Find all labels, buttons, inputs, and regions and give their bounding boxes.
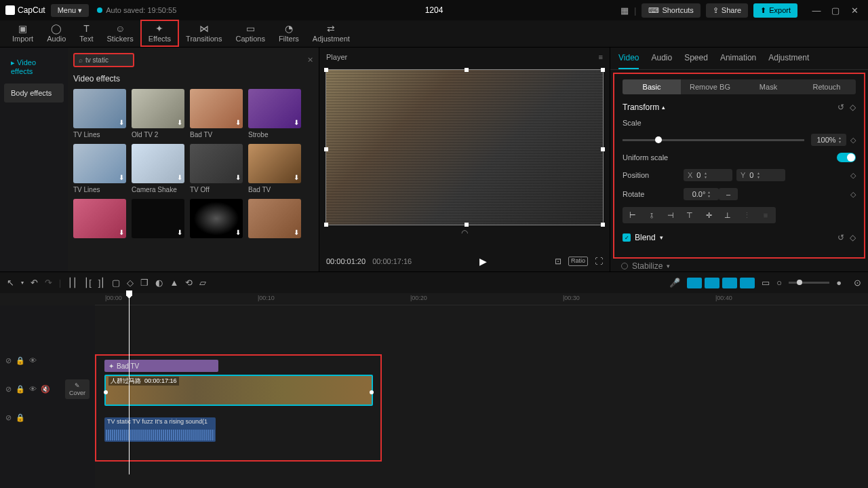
window-close[interactable]: ✕ [846, 2, 863, 18]
stabilize-radio[interactable] [621, 263, 628, 269]
align-right[interactable]: ⊣ [662, 208, 679, 222]
effect-item[interactable]: ⬇TV Lines [73, 89, 126, 138]
audio-clip[interactable]: TV static TV fuzz It's a rising sound(1 [104, 417, 216, 442]
tab-transitions[interactable]: ⋈Transitions [179, 20, 229, 47]
effect-item[interactable]: ⬇Bad TV [248, 144, 301, 193]
tab-stickers[interactable]: ☺Stickers [100, 20, 140, 47]
effect-item[interactable]: ⬇ [248, 199, 301, 238]
zoom-slider[interactable] [789, 282, 829, 284]
effect-item[interactable]: ⬇ [190, 199, 243, 238]
redo-button[interactable]: ↷ [45, 278, 52, 288]
snapshot-icon[interactable]: ⊡ [555, 257, 561, 266]
effect-item[interactable]: ⬇Bad TV [190, 89, 243, 138]
lock-icon[interactable]: ⊘ [5, 385, 12, 394]
prop-tab-adjustment[interactable]: Adjustment [768, 53, 809, 69]
copy-tool[interactable]: ❐ [140, 278, 149, 288]
effects-search[interactable]: ⌕ [73, 53, 134, 67]
trim-left[interactable]: ⎮[ [84, 278, 92, 288]
tab-adjustment[interactable]: ⇄Adjustment [306, 20, 357, 47]
effect-item[interactable]: ⬇ [132, 199, 184, 238]
snap-toggle-3[interactable] [722, 278, 737, 288]
align-left[interactable]: ⊢ [624, 208, 642, 222]
player-menu-icon[interactable]: ≡ [599, 53, 603, 61]
scale-value[interactable]: 100%▴▾ [811, 134, 846, 146]
split-tool[interactable]: ⎮⎮ [68, 278, 77, 288]
download-icon[interactable]: ⬇ [177, 174, 182, 181]
keyframe-icon[interactable]: ◇ [850, 136, 856, 145]
fullscreen-icon[interactable]: ⛶ [595, 257, 603, 266]
prop-tab-video[interactable]: Video [618, 53, 639, 69]
align-vcenter[interactable]: ✛ [700, 208, 717, 222]
crop-tool[interactable]: ◇ [127, 278, 134, 288]
position-y[interactable]: Y0▴▾ [736, 169, 785, 181]
collapse-icon[interactable]: ▾ [667, 263, 670, 269]
mic-icon[interactable]: 🎤 [669, 278, 680, 288]
export-button[interactable]: ⬆ Export [753, 3, 797, 18]
category-body-effects[interactable]: Body effects [4, 83, 64, 102]
keyframe-icon[interactable]: ◇ [850, 233, 856, 242]
visibility-icon[interactable]: 🔒 [16, 356, 25, 365]
prop-tab-animation[interactable]: Animation [720, 53, 756, 69]
lock-icon[interactable]: ⊘ [5, 413, 12, 422]
video-preview[interactable] [326, 69, 604, 225]
download-icon[interactable]: ⬇ [177, 119, 182, 126]
subtab-mask[interactable]: Mask [739, 79, 797, 94]
zoom-in[interactable]: ● [836, 278, 842, 288]
collapse-icon[interactable]: ▾ [660, 234, 663, 241]
subtab-retouch[interactable]: Retouch [797, 79, 856, 94]
align-hcenter[interactable]: ⫱ [643, 208, 660, 222]
reset-icon[interactable]: ↺ [837, 233, 844, 242]
trim-right[interactable]: ]⎮ [98, 278, 106, 288]
download-icon[interactable]: ⬇ [119, 119, 124, 126]
download-icon[interactable]: ⬇ [294, 229, 299, 236]
playhead[interactable] [129, 292, 130, 474]
prop-tab-speed[interactable]: Speed [684, 53, 708, 69]
eye-icon[interactable]: 👁 [29, 385, 37, 393]
tab-audio[interactable]: ◯Audio [40, 20, 73, 47]
keyframe-icon[interactable]: ◇ [850, 171, 856, 180]
subtab-basic[interactable]: Basic [623, 79, 681, 94]
prop-tab-audio[interactable]: Audio [651, 53, 672, 69]
tab-effects[interactable]: ✦Effects [140, 20, 179, 47]
effect-item[interactable]: ⬇TV Off [190, 144, 243, 193]
effect-item[interactable]: ⬇TV Lines [73, 144, 126, 193]
video-clip[interactable]: 人群过马路 00:00:17:16 [104, 375, 373, 406]
download-icon[interactable]: ⬇ [119, 174, 124, 181]
download-icon[interactable]: ⬇ [235, 119, 241, 126]
cover-button[interactable]: ✎Cover [65, 379, 90, 399]
keyframe-icon[interactable]: ◇ [850, 102, 856, 112]
window-maximize[interactable]: ▢ [827, 2, 844, 18]
snap-toggle-1[interactable] [687, 278, 702, 288]
visibility-icon[interactable]: 🔒 [16, 413, 25, 422]
layout-icon[interactable]: ▦ [620, 5, 629, 16]
rotate-value[interactable]: 0.0°▴▾ [684, 188, 719, 200]
download-icon[interactable]: ⬇ [235, 174, 241, 181]
effect-clip[interactable]: ✦ Bad TV [104, 360, 218, 372]
mute-icon[interactable]: 🔇 [41, 385, 50, 394]
collapse-icon[interactable]: ▴ [662, 104, 665, 111]
uniform-scale-toggle[interactable] [837, 153, 856, 162]
align-top[interactable]: ⊤ [681, 208, 698, 222]
reverse-tool[interactable]: ◐ [155, 278, 163, 288]
track-area[interactable]: ✦ Bad TV 人群过马路 00:00:17:16 TV static TV … [95, 305, 868, 488]
tab-text[interactable]: TText [73, 20, 100, 47]
mirror-tool[interactable]: ▲ [170, 278, 178, 288]
select-dropdown[interactable]: ▾ [21, 280, 24, 286]
snap-toggle-4[interactable] [740, 278, 755, 288]
menu-button[interactable]: Menu ▾ [51, 4, 90, 17]
snap-toggle-2[interactable] [705, 278, 719, 288]
delete-tool[interactable]: ▢ [112, 278, 120, 288]
category-video-effects[interactable]: ▸ Video effects [4, 53, 64, 81]
window-minimize[interactable]: — [808, 2, 825, 18]
eye-icon[interactable]: 👁 [29, 356, 37, 364]
tab-import[interactable]: ▣Import [5, 20, 40, 47]
download-icon[interactable]: ⬇ [119, 229, 124, 236]
subtab-removebg[interactable]: Remove BG [681, 79, 739, 94]
zoom-out[interactable]: ○ [776, 278, 782, 288]
visibility-icon[interactable]: 🔒 [16, 385, 25, 394]
effect-item[interactable]: ⬇Camera Shake [132, 144, 184, 193]
undo-button[interactable]: ↶ [31, 278, 38, 288]
effect-item[interactable]: ⬇Strobe [248, 89, 301, 138]
select-tool[interactable]: ↖ [7, 278, 14, 288]
search-clear[interactable]: ✕ [307, 56, 313, 64]
